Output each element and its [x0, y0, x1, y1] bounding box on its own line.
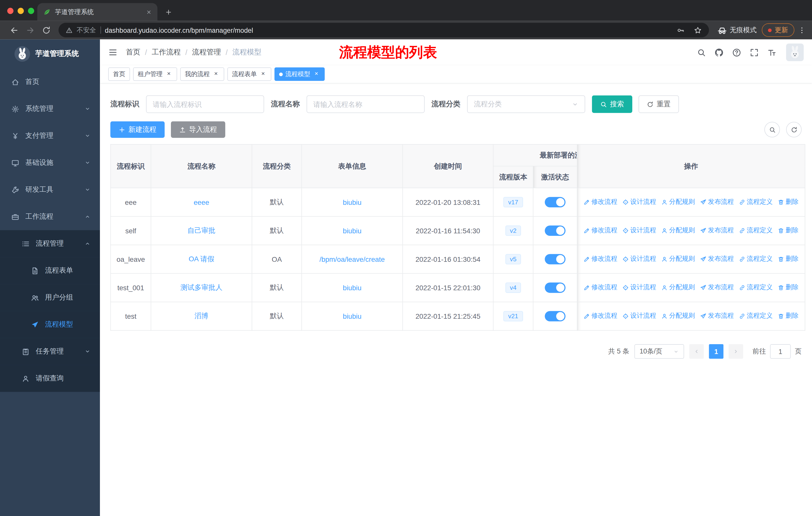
action-assign-rule-link[interactable]: 分配规则	[661, 197, 695, 206]
sidebar-item-payment[interactable]: 支付管理	[0, 123, 100, 150]
action-delete-link[interactable]: 删除	[778, 312, 799, 321]
window-minimize-button[interactable]	[18, 8, 24, 14]
action-delete-link[interactable]: 删除	[778, 197, 799, 206]
page-size-select[interactable]: 10条/页	[634, 344, 684, 359]
tag-close-icon[interactable]: ×	[212, 71, 220, 78]
action-design-link[interactable]: 设计流程	[622, 197, 656, 206]
action-assign-rule-link[interactable]: 分配规则	[661, 283, 695, 292]
action-modify-link[interactable]: 修改流程	[584, 283, 617, 292]
action-assign-rule-link[interactable]: 分配规则	[661, 226, 695, 235]
sidebar-item-devtools[interactable]: 研发工具	[0, 176, 100, 203]
action-definition-link[interactable]: 流程定义	[739, 312, 773, 321]
github-icon[interactable]	[715, 48, 723, 57]
sidebar-item-process-model[interactable]: 流程模型	[0, 311, 100, 338]
action-publish-link[interactable]: 发布流程	[700, 283, 734, 292]
breadcrumb-item[interactable]: 首页	[126, 48, 141, 57]
process-name-link[interactable]: eeee	[194, 198, 209, 206]
sidebar-item-process-management[interactable]: 流程管理	[0, 230, 100, 257]
process-category-select[interactable]: 流程分类	[467, 96, 585, 113]
breadcrumb-item[interactable]: 工作流程	[152, 48, 181, 57]
action-design-link[interactable]: 设计流程	[622, 226, 656, 235]
prev-page-button[interactable]	[689, 344, 704, 359]
fullscreen-icon[interactable]	[750, 48, 759, 57]
next-page-button[interactable]	[729, 344, 743, 359]
view-tag-4[interactable]: 流程模型×	[274, 67, 325, 81]
tag-close-icon[interactable]: ×	[165, 71, 172, 78]
question-icon[interactable]	[732, 48, 741, 57]
action-modify-link[interactable]: 修改流程	[584, 312, 617, 321]
page-1-button[interactable]: 1	[709, 344, 724, 359]
sidebar-item-leave-query[interactable]: 请假查询	[0, 365, 100, 392]
reload-button[interactable]	[42, 26, 51, 34]
form-link[interactable]: biubiu	[343, 284, 361, 292]
active-toggle[interactable]	[545, 225, 565, 236]
action-modify-link[interactable]: 修改流程	[584, 197, 617, 206]
form-link[interactable]: biubiu	[343, 198, 361, 206]
search-icon[interactable]	[697, 48, 706, 57]
active-toggle[interactable]	[545, 197, 565, 207]
process-key-input[interactable]	[146, 96, 264, 113]
form-link[interactable]: biubiu	[343, 313, 361, 320]
action-modify-link[interactable]: 修改流程	[584, 226, 617, 235]
process-name-link[interactable]: 测试多审批人	[180, 283, 223, 291]
action-design-link[interactable]: 设计流程	[622, 312, 656, 321]
process-name-input[interactable]	[307, 96, 425, 113]
tab-close-icon[interactable]	[146, 9, 152, 15]
tag-close-icon[interactable]: ×	[313, 71, 320, 78]
active-toggle[interactable]	[545, 254, 565, 264]
reset-button[interactable]: 重置	[639, 96, 679, 113]
import-process-button[interactable]: 导入流程	[171, 121, 225, 138]
process-key-field[interactable]	[153, 100, 258, 108]
process-name-link[interactable]: 自己审批	[187, 226, 215, 234]
action-design-link[interactable]: 设计流程	[622, 283, 656, 292]
action-definition-link[interactable]: 流程定义	[739, 197, 773, 206]
security-warning-icon[interactable]	[66, 27, 72, 33]
browser-menu-icon[interactable]	[798, 26, 806, 34]
active-toggle[interactable]	[545, 311, 565, 321]
action-definition-link[interactable]: 流程定义	[739, 283, 773, 292]
bookmark-star-icon[interactable]	[694, 26, 702, 34]
create-process-button[interactable]: 新建流程	[110, 121, 165, 138]
process-name-field[interactable]	[313, 100, 418, 108]
sidebar-collapse-icon[interactable]	[108, 48, 118, 57]
password-manager-icon[interactable]	[677, 26, 685, 34]
sidebar-item-workflow[interactable]: 工作流程	[0, 203, 100, 230]
browser-update-button[interactable]: 更新	[762, 23, 794, 37]
window-zoom-button[interactable]	[28, 8, 34, 14]
view-tag-2[interactable]: 我的流程×	[180, 67, 224, 81]
breadcrumb-item[interactable]: 流程管理	[192, 48, 221, 57]
sidebar-logo[interactable]: 芋道管理系统	[0, 39, 100, 68]
action-delete-link[interactable]: 删除	[778, 283, 799, 292]
action-assign-rule-link[interactable]: 分配规则	[661, 255, 695, 264]
sidebar-item-user-group[interactable]: 用户分组	[0, 284, 100, 311]
window-close-button[interactable]	[7, 8, 13, 14]
action-definition-link[interactable]: 流程定义	[739, 226, 773, 235]
show-search-button[interactable]	[764, 122, 780, 137]
sidebar-item-system[interactable]: 系统管理	[0, 96, 100, 123]
active-toggle[interactable]	[545, 282, 565, 293]
action-definition-link[interactable]: 流程定义	[739, 255, 773, 264]
action-assign-rule-link[interactable]: 分配规则	[661, 312, 695, 321]
action-modify-link[interactable]: 修改流程	[584, 255, 617, 264]
view-tag-1[interactable]: 租户管理×	[133, 67, 177, 81]
back-button[interactable]	[10, 26, 19, 34]
action-publish-link[interactable]: 发布流程	[700, 255, 734, 264]
refresh-table-button[interactable]	[786, 122, 802, 137]
action-design-link[interactable]: 设计流程	[622, 255, 656, 264]
browser-tab[interactable]: 芋道管理系统	[37, 3, 157, 21]
tag-close-icon[interactable]: ×	[260, 71, 267, 78]
action-publish-link[interactable]: 发布流程	[700, 312, 734, 321]
process-name-link[interactable]: OA 请假	[188, 255, 214, 263]
sidebar-item-process-form[interactable]: 流程表单	[0, 257, 100, 284]
form-link[interactable]: biubiu	[343, 227, 361, 235]
form-link[interactable]: /bpm/oa/leave/create	[319, 255, 385, 263]
sidebar-item-home[interactable]: 首页	[0, 69, 100, 96]
new-tab-button[interactable]	[165, 9, 172, 16]
font-size-icon[interactable]	[767, 48, 776, 57]
action-delete-link[interactable]: 删除	[778, 226, 799, 235]
user-avatar[interactable]	[786, 44, 804, 61]
view-tag-3[interactable]: 流程表单×	[227, 67, 271, 81]
goto-page-input[interactable]	[770, 344, 791, 359]
address-bar[interactable]: 不安全 dashboard.yudao.iocoder.cn/bpm/manag…	[58, 23, 709, 37]
process-name-link[interactable]: 滔博	[195, 312, 209, 320]
